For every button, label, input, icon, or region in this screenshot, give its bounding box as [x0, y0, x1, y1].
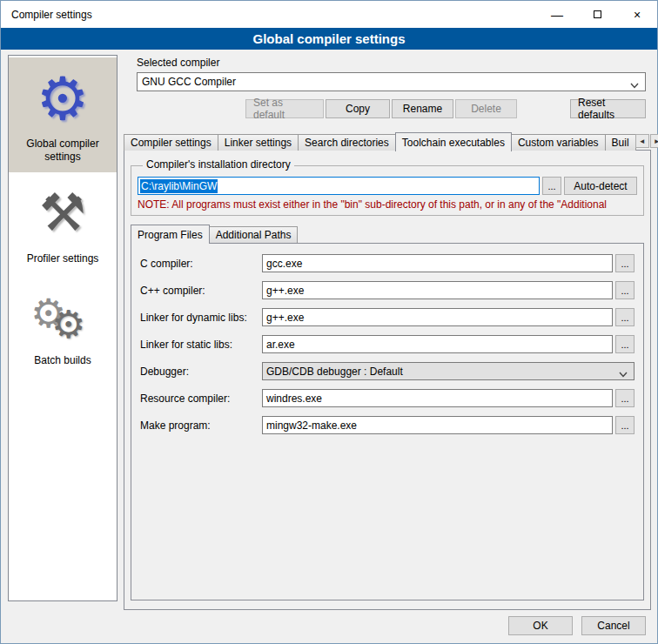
sidebar-item-label: Profiler settings: [11, 252, 114, 265]
installation-directory-group-title: Compiler's installation directory: [143, 158, 294, 171]
reset-defaults-button[interactable]: Reset defaults: [570, 99, 646, 118]
title-bar[interactable]: Compiler settings — ×: [1, 1, 657, 28]
delete-button: Delete: [455, 99, 517, 118]
make-program-row: Make program: mingw32-make.exe ...: [140, 416, 634, 434]
c-compiler-row: C compiler: gcc.exe ...: [140, 254, 634, 272]
program-files-panel: C compiler: gcc.exe ... C++ compiler: g+…: [131, 243, 644, 600]
linker-dynamic-input[interactable]: g++.exe: [262, 308, 613, 326]
profiler-tool-icon: ⚒: [11, 179, 114, 247]
blue-gear-icon: ⚙: [11, 64, 114, 132]
subtab-program-files[interactable]: Program Files: [131, 225, 210, 244]
resource-compiler-label: Resource compiler:: [140, 392, 262, 405]
sidebar-item-global-compiler-settings[interactable]: ⚙ Global compiler settings: [9, 57, 117, 172]
tab-scroll-left-icon[interactable]: ◄: [635, 134, 649, 148]
tab-toolchain-executables[interactable]: Toolchain executables: [395, 132, 512, 151]
cpp-compiler-label: C++ compiler:: [140, 285, 262, 297]
compiler-settings-dialog: Compiler settings — × Global compiler se…: [0, 0, 658, 644]
sidebar-item-profiler-settings[interactable]: ⚒ Profiler settings: [9, 172, 117, 274]
linker-static-browse-button[interactable]: ...: [615, 335, 634, 353]
installation-directory-row: C:\raylib\MinGW ... Auto-detect: [138, 177, 637, 195]
compiler-action-buttons: Set as default Copy Rename Delete Reset …: [137, 99, 646, 118]
dialog-header: Global compiler settings: [1, 28, 657, 50]
cpp-compiler-row: C++ compiler: g++.exe ...: [140, 281, 634, 299]
resource-compiler-browse-button[interactable]: ...: [615, 389, 634, 407]
tab-scroll-arrows: ◄ ►: [635, 134, 658, 148]
minimize-button[interactable]: —: [537, 1, 577, 28]
close-button[interactable]: ×: [617, 1, 657, 28]
window-title: Compiler settings: [11, 9, 92, 21]
cpp-compiler-browse-button[interactable]: ...: [615, 281, 634, 299]
cpp-compiler-input[interactable]: g++.exe: [262, 281, 613, 299]
tab-custom-variables[interactable]: Custom variables: [511, 134, 606, 151]
settings-tab-strip: Compiler settings Linker settings Search…: [124, 131, 651, 151]
c-compiler-browse-button[interactable]: ...: [615, 254, 634, 272]
compiler-selection-section: Selected compiler GNU GCC Compiler Set a…: [137, 57, 646, 118]
program-files-tab-strip: Program Files Additional Paths: [131, 224, 644, 243]
resource-compiler-row: Resource compiler: windres.exe ...: [140, 389, 634, 407]
make-program-browse-button[interactable]: ...: [615, 416, 634, 434]
tab-compiler-settings[interactable]: Compiler settings: [124, 134, 218, 151]
debugger-dropdown[interactable]: GDB/CDB debugger : Default: [262, 362, 634, 380]
dialog-content: ⚙ Global compiler settings ⚒ Profiler se…: [1, 50, 657, 643]
gears-stack-icon: ⚙ ⚙: [11, 281, 114, 349]
installation-directory-browse-button[interactable]: ...: [542, 177, 561, 195]
installation-directory-value: C:\raylib\MinGW: [140, 179, 218, 193]
resource-compiler-input[interactable]: windres.exe: [262, 389, 613, 407]
dialog-header-title: Global compiler settings: [252, 31, 405, 46]
c-compiler-input[interactable]: gcc.exe: [262, 254, 613, 272]
toolchain-executables-panel: Compiler's installation directory C:\ray…: [124, 150, 651, 610]
subtab-additional-paths[interactable]: Additional Paths: [209, 226, 299, 243]
linker-static-label: Linker for static libs:: [140, 339, 262, 351]
make-program-label: Make program:: [140, 419, 262, 432]
linker-dynamic-label: Linker for dynamic libs:: [140, 312, 262, 324]
sidebar-item-label: Global compiler settings: [11, 138, 114, 164]
installation-directory-group: Compiler's installation directory C:\ray…: [131, 165, 644, 216]
cancel-button[interactable]: Cancel: [581, 616, 646, 635]
debugger-label: Debugger:: [140, 366, 262, 378]
ok-button[interactable]: OK: [508, 616, 573, 635]
tab-build-truncated[interactable]: Buil: [605, 134, 636, 151]
settings-category-list: ⚙ Global compiler settings ⚒ Profiler se…: [8, 55, 118, 601]
installation-directory-input[interactable]: C:\raylib\MinGW: [138, 177, 540, 195]
linker-static-row: Linker for static libs: ar.exe ...: [140, 335, 634, 353]
tab-search-directories[interactable]: Search directories: [298, 134, 396, 151]
linker-dynamic-browse-button[interactable]: ...: [615, 308, 634, 326]
linker-dynamic-row: Linker for dynamic libs: g++.exe ...: [140, 308, 634, 326]
tab-linker-settings[interactable]: Linker settings: [218, 134, 299, 151]
linker-static-input[interactable]: ar.exe: [262, 335, 613, 353]
maximize-icon: [594, 10, 601, 18]
debugger-value: GDB/CDB debugger : Default: [266, 366, 403, 378]
auto-detect-button[interactable]: Auto-detect: [564, 177, 637, 195]
selected-compiler-dropdown[interactable]: GNU GCC Compiler: [137, 72, 646, 91]
rename-button[interactable]: Rename: [392, 99, 453, 118]
dialog-footer: OK Cancel: [508, 616, 646, 635]
c-compiler-label: C compiler:: [140, 258, 262, 270]
selected-compiler-value: GNU GCC Compiler: [142, 76, 236, 88]
sidebar-item-label: Batch builds: [11, 354, 114, 367]
maximize-button[interactable]: [577, 1, 617, 28]
chevron-down-icon: [630, 79, 639, 85]
chevron-down-icon: [619, 368, 628, 374]
make-program-input[interactable]: mingw32-make.exe: [262, 416, 613, 434]
sidebar-item-batch-builds[interactable]: ⚙ ⚙ Batch builds: [9, 274, 117, 376]
copy-button[interactable]: Copy: [326, 99, 390, 118]
debugger-row: Debugger: GDB/CDB debugger : Default: [140, 362, 634, 380]
set-as-default-button: Set as default: [245, 99, 324, 118]
window-controls: — ×: [537, 1, 657, 28]
bin-subdirectory-note: NOTE: All programs must exist either in …: [138, 198, 637, 211]
selected-compiler-label: Selected compiler: [137, 57, 646, 69]
tab-scroll-right-icon[interactable]: ►: [650, 134, 658, 148]
